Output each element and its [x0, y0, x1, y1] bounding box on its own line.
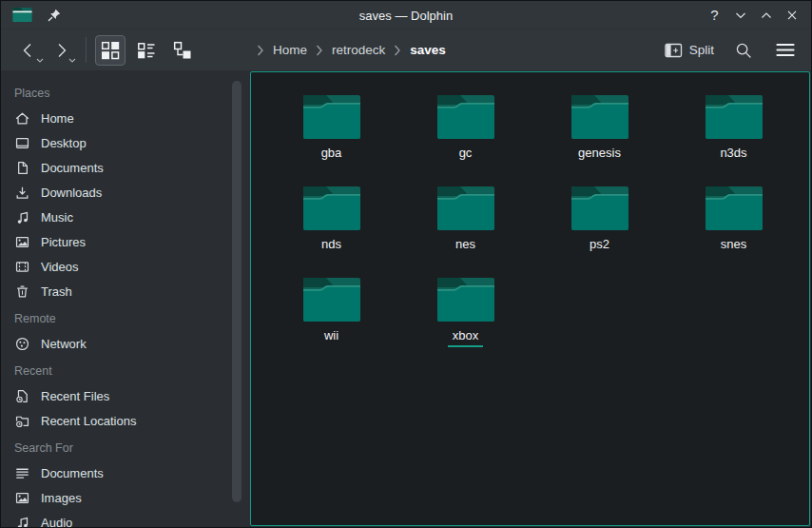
- close-icon: [784, 9, 800, 22]
- forward-dropdown-icon[interactable]: [68, 58, 76, 64]
- folder-label-snes: snes: [721, 237, 746, 252]
- image-icon: [14, 234, 30, 250]
- sidebar-item-places-downloads[interactable]: Downloads: [13, 180, 227, 205]
- folder-view-panel[interactable]: gbagcgenesisn3dsndsnesps2sneswiixbox: [250, 71, 810, 526]
- chevron-left-icon: [19, 41, 38, 60]
- home-icon: [14, 110, 30, 127]
- pin-icon[interactable]: [47, 8, 62, 23]
- view-mode-group: [95, 35, 203, 66]
- sidebar-item-places-music[interactable]: Music: [13, 205, 227, 229]
- music-icon: [14, 515, 30, 528]
- sidebar-item-label: Pictures: [41, 235, 86, 249]
- folder-icon: [436, 185, 495, 232]
- titlebar-left: [12, 7, 62, 23]
- folder-icon: [570, 93, 629, 141]
- breadcrumb-saves[interactable]: saves: [410, 43, 446, 57]
- sidebar-item-places-desktop[interactable]: Desktop: [13, 130, 227, 155]
- folder-item-wii[interactable]: wii: [264, 274, 398, 365]
- breadcrumb-separator-icon: [257, 45, 264, 56]
- sidebar-item-search-for-audio[interactable]: Audio: [13, 510, 227, 527]
- search-icon: [734, 41, 753, 60]
- folder-label-gba: gba: [321, 146, 342, 161]
- chevron-right-icon: [51, 41, 70, 60]
- folder-item-gc[interactable]: gc: [398, 91, 532, 183]
- toolbar-right: Split: [665, 38, 798, 63]
- icons-view-button[interactable]: [95, 35, 126, 66]
- dolphin-window: saves — Dolphin ? Homeretrodecksaves: [0, 0, 812, 528]
- maximize-icon: [759, 9, 774, 22]
- sidebar-item-label: Downloads: [41, 186, 102, 200]
- folder-icon: [570, 185, 629, 232]
- doc-lines-icon: [14, 465, 30, 481]
- breadcrumb-separator-icon: [394, 45, 401, 56]
- toolbar: Homeretrodecksaves Split: [1, 29, 811, 70]
- breadcrumb-home[interactable]: Home: [273, 43, 307, 57]
- folder-item-gba[interactable]: gba: [264, 91, 398, 183]
- sidebar-item-recent-recent-locations[interactable]: Recent Locations: [13, 408, 227, 433]
- folder-icon: [302, 185, 361, 232]
- folder-item-xbox[interactable]: xbox: [398, 274, 532, 365]
- split-button[interactable]: Split: [665, 43, 714, 58]
- folder-label-genesis: genesis: [578, 146, 621, 161]
- minimize-icon: [733, 9, 748, 22]
- titlebar: saves — Dolphin ?: [1, 1, 811, 29]
- sidebar-section-search-for: Search For: [14, 441, 227, 455]
- sidebar-item-places-documents[interactable]: Documents: [13, 155, 227, 180]
- window-controls: ?: [703, 4, 803, 27]
- desktop-icon: [14, 135, 30, 151]
- sidebar-item-label: Network: [41, 337, 87, 351]
- folder-item-n3ds[interactable]: n3ds: [667, 91, 801, 183]
- details-view-button[interactable]: [131, 35, 162, 66]
- breadcrumb: Homeretrodecksaves: [257, 43, 446, 57]
- sidebar-item-places-videos[interactable]: Videos: [13, 254, 227, 279]
- forward-button[interactable]: [45, 35, 77, 66]
- network-icon: [14, 336, 30, 352]
- places-panel: PlacesHomeDesktopDocumentsDownloadsMusic…: [1, 70, 246, 527]
- sidebar-scrollbar[interactable]: [232, 81, 242, 502]
- content-area: PlacesHomeDesktopDocumentsDownloadsMusic…: [1, 70, 811, 527]
- menu-button[interactable]: [773, 38, 798, 63]
- toolbar-separator: [86, 37, 87, 63]
- sidebar-item-recent-recent-files[interactable]: Recent Files: [13, 383, 227, 408]
- folder-item-snes[interactable]: snes: [667, 183, 801, 274]
- back-dropdown-icon[interactable]: [36, 58, 44, 64]
- sidebar-item-places-pictures[interactable]: Pictures: [13, 229, 227, 254]
- minimize-button[interactable]: [728, 4, 752, 27]
- recent-file-icon: [14, 388, 30, 404]
- search-button[interactable]: [731, 38, 756, 63]
- details-view-icon: [137, 41, 156, 60]
- folder-item-genesis[interactable]: genesis: [532, 91, 667, 183]
- maximize-button[interactable]: [754, 4, 778, 27]
- folder-item-nds[interactable]: nds: [264, 183, 398, 274]
- icons-view-icon: [101, 41, 120, 60]
- folder-label-nes: nes: [455, 237, 475, 252]
- sidebar-item-places-home[interactable]: Home: [13, 106, 227, 130]
- sidebar-item-label: Home: [41, 111, 74, 126]
- split-view-icon: [665, 43, 683, 58]
- sidebar-item-search-for-documents[interactable]: Documents: [13, 460, 227, 485]
- tree-view-button[interactable]: [167, 35, 198, 66]
- sidebar-item-label: Audio: [41, 516, 72, 528]
- folder-label-wii: wii: [324, 328, 338, 343]
- breadcrumb-retrodeck[interactable]: retrodeck: [332, 43, 385, 57]
- back-button[interactable]: [12, 35, 45, 66]
- folder-icon: [705, 185, 764, 232]
- sidebar-item-label: Desktop: [41, 136, 87, 150]
- sidebar-item-search-for-images[interactable]: Images: [13, 485, 227, 510]
- sidebar-item-places-trash[interactable]: Trash: [13, 279, 227, 303]
- sidebar-item-label: Images: [41, 491, 82, 505]
- music-icon: [14, 209, 30, 225]
- folder-icon: [705, 93, 764, 141]
- folder-item-ps2[interactable]: ps2: [532, 183, 667, 274]
- close-button[interactable]: [780, 4, 803, 27]
- tree-view-icon: [173, 41, 192, 60]
- folder-icon: [436, 276, 495, 323]
- sidebar-item-remote-network[interactable]: Network: [13, 331, 227, 356]
- folder-label-nds: nds: [321, 237, 341, 252]
- download-icon: [14, 185, 30, 201]
- help-button[interactable]: ?: [703, 4, 726, 27]
- sidebar-item-label: Trash: [41, 284, 72, 299]
- hamburger-icon: [776, 43, 795, 57]
- help-icon: ?: [710, 7, 718, 23]
- folder-item-nes[interactable]: nes: [398, 183, 532, 274]
